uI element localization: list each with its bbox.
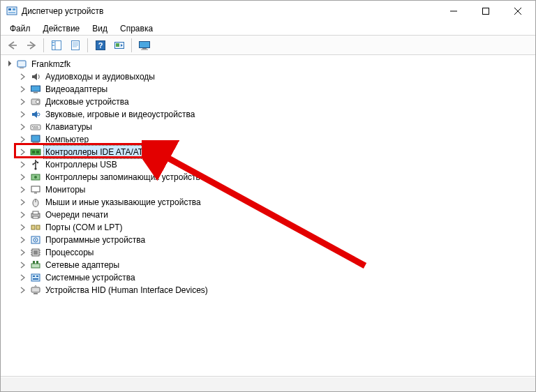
svg-rect-41 xyxy=(32,151,35,153)
tree-item[interactable]: Аудиовходы и аудиовыходы xyxy=(3,70,535,83)
expander-icon[interactable] xyxy=(18,160,28,169)
menu-file[interactable]: Файл xyxy=(3,22,37,35)
expander-icon[interactable] xyxy=(18,110,28,119)
keyboard-icon xyxy=(30,121,41,133)
toolbar-back-button[interactable] xyxy=(4,37,20,53)
tree-item-label: Мониторы xyxy=(44,183,87,196)
svg-rect-13 xyxy=(52,45,54,46)
svg-rect-1 xyxy=(8,8,11,10)
tree-item[interactable]: Видеоадаптеры xyxy=(3,83,535,96)
expander-icon[interactable] xyxy=(18,197,28,207)
svg-rect-36 xyxy=(36,126,38,127)
tree-item[interactable]: Звуковые, игровые и видеоустройства xyxy=(3,108,535,121)
tree-item-label: Сетевые адаптеры xyxy=(44,259,121,271)
toolbar-properties-button[interactable] xyxy=(67,37,83,53)
tree-item-label: Дисковые устройства xyxy=(44,96,131,108)
expander-icon[interactable] xyxy=(18,172,28,182)
expander-icon[interactable] xyxy=(18,285,28,295)
tree-item-label: Клавиатуры xyxy=(44,121,94,133)
tree-item-label: Очереди печати xyxy=(44,209,110,221)
svg-rect-45 xyxy=(33,164,34,165)
menu-view[interactable]: Вид xyxy=(86,22,114,35)
expander-icon[interactable] xyxy=(4,59,14,69)
device-tree-panel[interactable]: Frankmzfk Аудиовходы и аудиовыходы Видео… xyxy=(1,55,535,376)
expander-icon[interactable] xyxy=(18,273,28,282)
svg-rect-23 xyxy=(139,41,149,47)
tree-item[interactable]: Клавиатуры xyxy=(3,121,535,133)
tree-item[interactable]: Программные устройства xyxy=(3,234,535,246)
tree-item-label: Видеоадаптеры xyxy=(44,83,109,96)
expander-icon[interactable] xyxy=(18,122,28,132)
tree-item[interactable]: Мониторы xyxy=(3,183,535,196)
expander-icon[interactable] xyxy=(18,147,28,157)
expander-icon[interactable] xyxy=(18,260,28,270)
expander-icon[interactable] xyxy=(18,97,28,107)
svg-rect-24 xyxy=(142,48,147,50)
toolbar-scan-hardware-button[interactable] xyxy=(111,37,127,53)
svg-point-47 xyxy=(34,176,37,179)
toolbar-forward-button[interactable] xyxy=(23,37,39,53)
maximize-button[interactable] xyxy=(470,1,502,21)
expander-icon[interactable] xyxy=(18,185,28,195)
tree-root[interactable]: Frankmzfk xyxy=(3,58,535,70)
svg-rect-55 xyxy=(31,225,35,229)
window-controls xyxy=(438,1,534,21)
statusbar xyxy=(1,376,535,391)
svg-rect-70 xyxy=(36,261,38,264)
svg-rect-35 xyxy=(34,126,36,127)
tree-item-label: Контроллеры запоминающих устройств xyxy=(44,171,202,183)
menu-action[interactable]: Действие xyxy=(37,22,87,35)
svg-rect-69 xyxy=(33,261,35,264)
close-button[interactable] xyxy=(502,1,534,21)
titlebar: Диспетчер устройств xyxy=(1,1,535,22)
tree-item[interactable]: Порты (COM и LPT) xyxy=(3,221,535,234)
expander-icon[interactable] xyxy=(18,135,28,144)
toolbar-separator xyxy=(43,38,44,52)
device-manager-window: Диспетчер устройств Файл Действие Вид Сп… xyxy=(0,0,536,392)
tree-item[interactable]: Сетевые адаптеры xyxy=(3,259,535,271)
expander-icon[interactable] xyxy=(18,72,28,82)
svg-point-31 xyxy=(36,100,40,104)
svg-rect-34 xyxy=(32,126,34,127)
tree-item[interactable]: Контроллеры USB xyxy=(3,158,535,171)
minimize-button[interactable] xyxy=(438,1,470,21)
tree-item-label: Контроллеры USB xyxy=(44,158,119,171)
tree-item-label: Звуковые, игровые и видеоустройства xyxy=(44,108,196,121)
svg-point-44 xyxy=(37,162,38,163)
tree-item[interactable]: Очереди печати xyxy=(3,209,535,221)
toolbar-show-hide-tree-button[interactable] xyxy=(48,37,64,53)
computer-icon xyxy=(30,134,41,145)
tree-item[interactable]: Дисковые устройства xyxy=(3,96,535,108)
svg-point-43 xyxy=(34,167,36,169)
printer-icon xyxy=(30,209,41,220)
svg-rect-37 xyxy=(33,128,38,128)
toolbar-monitor-button[interactable] xyxy=(136,37,152,53)
tree-item[interactable]: Контроллеры IDE ATA/ATAPI xyxy=(3,146,535,158)
software-icon xyxy=(30,234,41,246)
tree-item-label: Программные устройства xyxy=(44,234,147,246)
tree-item[interactable]: Компьютер xyxy=(3,133,535,146)
svg-rect-71 xyxy=(31,274,40,281)
svg-rect-49 xyxy=(34,193,37,194)
svg-rect-72 xyxy=(33,276,35,277)
tree-item[interactable]: Контроллеры запоминающих устройств xyxy=(3,171,535,183)
tree-item[interactable]: Системные устройства xyxy=(3,271,535,284)
expander-icon[interactable] xyxy=(18,223,28,232)
menubar: Файл Действие Вид Справка xyxy=(1,22,535,36)
storage-icon xyxy=(30,172,41,183)
svg-rect-74 xyxy=(33,278,38,280)
expander-icon[interactable] xyxy=(18,248,28,257)
tree-item[interactable]: Устройства HID (Human Interface Devices) xyxy=(3,284,535,296)
toolbar-help-button[interactable]: ? xyxy=(92,37,108,53)
expander-icon[interactable] xyxy=(18,84,28,94)
tree-item[interactable]: Процессоры xyxy=(3,246,535,259)
expander-icon[interactable] xyxy=(18,235,28,245)
expander-icon[interactable] xyxy=(18,210,28,220)
svg-rect-53 xyxy=(33,211,38,214)
monitor-icon xyxy=(30,184,41,195)
svg-rect-39 xyxy=(33,142,38,144)
menu-help[interactable]: Справка xyxy=(114,22,159,35)
svg-rect-73 xyxy=(36,276,38,277)
computer-root-icon xyxy=(16,59,27,70)
tree-item[interactable]: Мыши и иные указывающие устройства xyxy=(3,196,535,209)
